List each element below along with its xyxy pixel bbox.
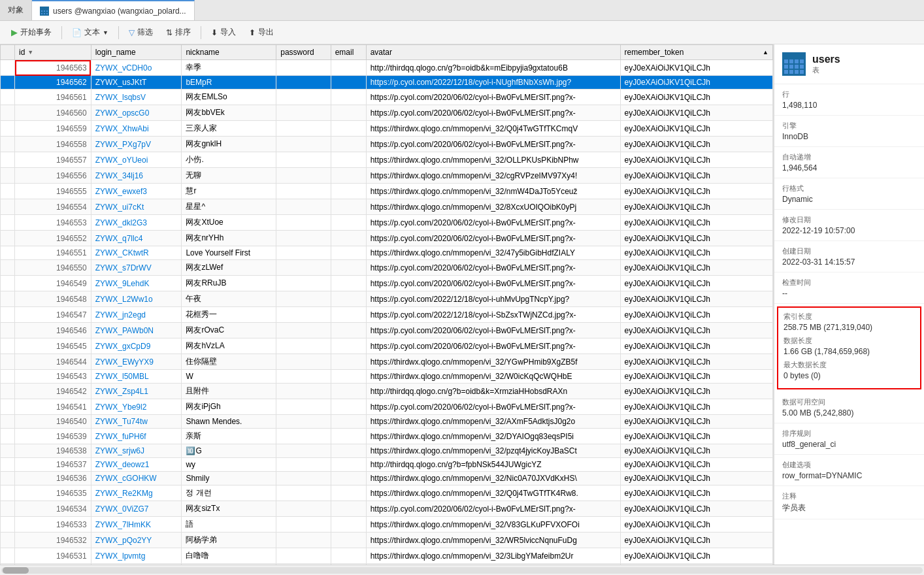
table-row[interactable]: 1946560ZYWX_opscG0网友bbVEkhttps://p.cyol.… <box>1 105 773 121</box>
cell-remember-token: eyJ0eXAiOiJKV1QiLCJh <box>620 199 772 215</box>
row-indicator-cell <box>1 60 15 76</box>
col-email[interactable]: email <box>331 45 366 60</box>
col-password[interactable]: password <box>276 45 331 60</box>
table-row[interactable]: 1946545ZYWX_gxCpD9网友hVzLAhttps://p.cyol.… <box>1 338 773 354</box>
cell-email <box>331 121 366 137</box>
stat-value-row_format: Dynamic <box>782 195 916 204</box>
row-indicator-cell <box>1 415 15 429</box>
cell-email <box>331 152 366 168</box>
cell-login-name: ZYWX_Zsp4L1 <box>91 384 182 399</box>
sort-button[interactable]: ⇅ 排序 <box>160 24 197 41</box>
cell-remember-token: eyJ0eXAiOiJKV1QiLCJh <box>620 548 772 564</box>
table-row[interactable]: 1946541ZYWX_Ybe9l2网友iPjGhhttps://p.cyol.… <box>1 399 773 415</box>
cell-remember-token: eyJ0eXAiOiJKV1QiLCJh <box>620 168 772 184</box>
cell-email <box>331 323 366 338</box>
table-row[interactable]: 1946563ZYWX_vCDH0o幸季http://thirdqq.qlogo… <box>1 60 773 76</box>
export-button[interactable]: ⬆ 导出 <box>243 24 280 41</box>
table-row[interactable]: 1946539ZYWX_fuPH6f亲斯https://thirdwx.qlog… <box>1 429 773 444</box>
start-task-button[interactable]: ▶ 开始事务 <box>5 24 58 41</box>
highlight-stat-max_data_length: 最大数据长度0 bytes (0) <box>784 360 915 380</box>
table-row[interactable]: 1946532ZYWX_pQo2YY阿杨学弟https://thirdwx.ql… <box>1 533 773 548</box>
import-button[interactable]: ⬇ 导入 <box>205 24 242 41</box>
cell-remember-token: eyJ0eXAiOiJKV1QiLCJh <box>620 260 772 276</box>
row-indicator-cell <box>1 307 15 323</box>
stat-value-engine: InnoDB <box>782 132 916 141</box>
col-id-label: id <box>19 48 25 57</box>
table-row[interactable]: 1946537ZYWX_deowz1wyhttp://thirdqq.qlogo… <box>1 458 773 472</box>
cell-remember-token: eyJ0eXAiOiJKV1QiLCJh <box>620 184 772 199</box>
col-nickname[interactable]: nickname <box>182 45 276 60</box>
highlight-value-data_length: 1.66 GB (1,784,659,968) <box>784 347 915 356</box>
sort-icon: ⇅ <box>166 28 173 37</box>
cell-password <box>276 105 331 121</box>
cell-avatar: https://p.cyol.com/2020/06/02/cyol-i-Bw0… <box>366 260 620 276</box>
col-login-name[interactable]: login_name <box>91 45 182 60</box>
cell-password <box>276 501 331 517</box>
cell-id: 1946540 <box>15 415 91 429</box>
cell-remember-token: eyJ0eXAiOiJKV1QiLCJh <box>620 399 772 415</box>
row-indicator-cell <box>1 384 15 399</box>
cell-nickname: W <box>182 370 276 384</box>
table-row[interactable]: 1946549ZYWX_9LehdK网友RRuJBhttps://p.cyol.… <box>1 276 773 291</box>
cell-id: 1946549 <box>15 276 91 291</box>
table-row[interactable]: 1946538ZYWX_srjw6J🔟Ghttps://thirdwx.qlog… <box>1 444 773 458</box>
tab-object[interactable]: 对象 <box>0 0 32 20</box>
cell-nickname: 网友hVzLA <box>182 338 276 354</box>
table-row[interactable]: 1946533ZYWX_7lHmKK語https://thirdwx.qlogo… <box>1 517 773 533</box>
table-row[interactable]: 1946551ZYWX_CKtwtRLove Yourself Firsthtt… <box>1 246 773 260</box>
table-row[interactable]: 1946554ZYWX_ui7cKt星星^https://thirdwx.qlo… <box>1 199 773 215</box>
cell-password <box>276 485 331 501</box>
table-area[interactable]: id ▼ login_name nickname password <box>0 44 774 565</box>
cell-id: 1946558 <box>15 137 91 152</box>
cell-remember-token: eyJ0eXAiOiJKV1QiLCJh <box>620 501 772 517</box>
row-indicator-cell <box>1 246 15 260</box>
cell-password <box>276 184 331 199</box>
cell-password <box>276 399 331 415</box>
table-row[interactable]: 1946550ZYWX_s7DrWV网友zLWefhttps://p.cyol.… <box>1 260 773 276</box>
table-row[interactable]: 1946543ZYWX_l50MBLWhttps://thirdwx.qlogo… <box>1 370 773 384</box>
table-row[interactable]: 1946547ZYWX_jn2egd花框秀一https://p.cyol.com… <box>1 307 773 323</box>
table-row[interactable]: ▶1946562ZYWX_usJKtTbEMpRhttps://p.cyol.c… <box>1 76 773 90</box>
table-row[interactable]: 1946555ZYWX_ewxef3慧rhttps://thirdwx.qlog… <box>1 184 773 199</box>
table-row[interactable]: 1946557ZYWX_oYUeoi小伤.https://thirdwx.qlo… <box>1 152 773 168</box>
col-id[interactable]: id ▼ <box>15 45 91 60</box>
table-row[interactable]: 1946531ZYWX_lpvmtg白噜噜https://thirdwx.qlo… <box>1 548 773 564</box>
table-row[interactable]: 1946542ZYWX_Zsp4L1且附件http://thirdqq.qlog… <box>1 384 773 399</box>
table-row[interactable]: 1946561ZYWX_lsqbsV网友EMLSohttps://p.cyol.… <box>1 90 773 105</box>
table-row[interactable]: 1946534ZYWX_0ViZG7网友sizTxhttps://p.cyol.… <box>1 501 773 517</box>
tab-users[interactable]: users @wangxiao (wangxiao_polard... <box>32 0 195 20</box>
filter-button[interactable]: ▽ 筛选 <box>123 24 159 41</box>
col-remember-token[interactable]: remember_token ▲ <box>620 45 772 60</box>
stat-label-engine: 引擎 <box>782 121 916 131</box>
table-row[interactable]: 1946559ZYWX_XhwAbi三亲人家https://thirdwx.ql… <box>1 121 773 137</box>
text-button[interactable]: 📄 文本 ▼ <box>66 24 114 41</box>
table-row[interactable]: 1946544ZYWX_EWyYX9住你隔壁https://thirdwx.ql… <box>1 354 773 370</box>
table-row[interactable]: 1946540ZYWX_Tu74twShawn Mendes.https://t… <box>1 415 773 429</box>
cell-password <box>276 323 331 338</box>
cell-password <box>276 533 331 548</box>
cell-login-name: ZYWX_PXg7pV <box>91 137 182 152</box>
table-row[interactable]: 1946548ZYWX_L2Ww1o午夜https://p.cyol.com/2… <box>1 291 773 307</box>
table-row[interactable]: 1946536ZYWX_cGOHKWShmilyhttps://thirdwx.… <box>1 472 773 485</box>
cell-password <box>276 199 331 215</box>
scrollbar-thumb[interactable] <box>3 567 29 574</box>
cell-password <box>276 121 331 137</box>
cell-nickname: 网友sizTx <box>182 501 276 517</box>
table-row[interactable]: 1946535ZYWX_Re2KMg정 개런https://thirdwx.ql… <box>1 485 773 501</box>
col-avatar[interactable]: avatar <box>366 45 620 60</box>
table-row[interactable]: 1946556ZYWX_34lj16无聊https://thirdwx.qlog… <box>1 168 773 184</box>
scrollbar-track[interactable] <box>1 567 923 574</box>
more-stat-value-create_options: row_format=DYNAMIC <box>782 471 916 480</box>
cell-id: 1946559 <box>15 121 91 137</box>
row-indicator-cell <box>1 323 15 338</box>
cell-id: 1946551 <box>15 246 91 260</box>
table-row[interactable]: 1946553ZYWX_dkl2G3网友XtUoehttps://p.cyol.… <box>1 215 773 231</box>
filter-icon: ▽ <box>129 28 135 37</box>
table-row[interactable]: 1946558ZYWX_PXg7pV网友gnklHhttps://p.cyol.… <box>1 137 773 152</box>
cell-email <box>331 184 366 199</box>
table-row[interactable]: 1946552ZYWX_q7llc4网友nrYHhhttps://p.cyol.… <box>1 231 773 246</box>
cell-login-name: ZYWX_jn2egd <box>91 307 182 323</box>
table-row[interactable]: 1946546ZYWX_PAWb0N网友rOvaChttps://p.cyol.… <box>1 323 773 338</box>
cell-nickname: 网友RRuJB <box>182 276 276 291</box>
bottom-scrollbar[interactable] <box>0 565 924 575</box>
